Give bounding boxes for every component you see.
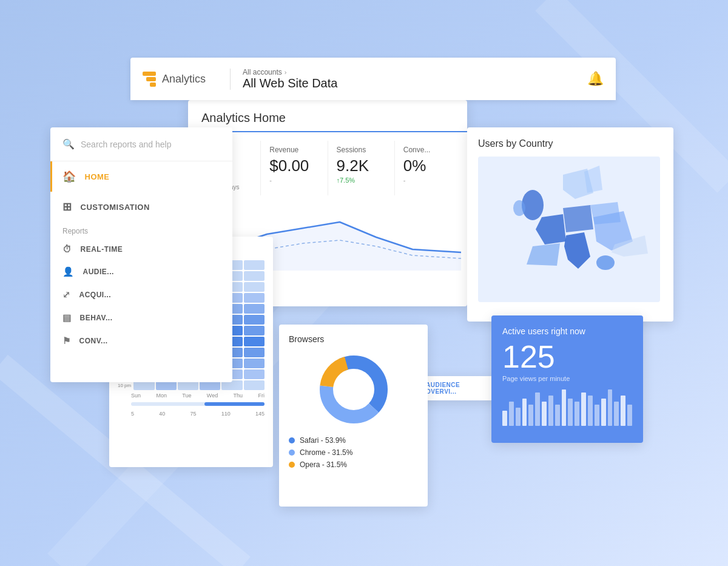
opera-dot: [289, 462, 295, 468]
mini-bar: [516, 408, 521, 426]
metric-conv-value: 0%: [403, 157, 453, 175]
safari-label: Safari - 53.9%: [300, 436, 346, 445]
heatmap-cell: [244, 260, 265, 270]
map-card: Users by Country: [467, 127, 673, 322]
mini-bar: [614, 402, 619, 426]
mini-bar: [581, 392, 586, 426]
reports-section-label: Reports: [50, 222, 232, 238]
heatmap-cell: [244, 369, 265, 379]
mini-bar: [502, 411, 507, 426]
active-users-card: Active users right now 125 Page views pe…: [491, 315, 643, 443]
mini-bar: [522, 399, 527, 426]
metric-revenue-value: $0.00: [269, 157, 318, 175]
heatmap-cell: [244, 304, 265, 314]
safari-dot: [289, 437, 295, 443]
clock-icon: ⏱: [62, 244, 72, 254]
sidebar-home-label: HOME: [85, 172, 110, 181]
sidebar-customisation-label: CUSTOMISATION: [81, 203, 150, 212]
bell-icon[interactable]: 🔔: [587, 71, 604, 87]
card-icon: ▤: [62, 312, 72, 323]
search-placeholder: Search reports and help: [81, 140, 171, 149]
mini-bar: [535, 392, 540, 426]
heatmap-scrollbar-thumb: [204, 402, 265, 406]
app-logo: Analytics: [143, 72, 206, 87]
heatmap-scrollbar[interactable]: [131, 402, 265, 406]
legend-chrome: Chrome - 31.5%: [289, 448, 418, 457]
heatmap-cell: [244, 337, 265, 346]
browsers-legend: Safari - 53.9% Chrome - 31.5% Opera - 31…: [289, 436, 418, 469]
heatmap-cell: [244, 315, 265, 325]
metric-sessions-value: 9.2K: [337, 157, 386, 175]
mini-bar: [548, 396, 553, 426]
heatmap-cell: [244, 282, 265, 292]
chevron-icon: ›: [285, 69, 287, 76]
metric-conv-change: -: [403, 177, 453, 184]
svg-marker-15: [590, 202, 621, 224]
active-users-count: 125: [502, 341, 632, 372]
heatmap-cell: [244, 326, 265, 335]
browsers-card: Browsers Safari - 53.9% Chrome - 31.5% O…: [279, 325, 428, 507]
sidebar-item-realtime[interactable]: ⏱ REAL-TIME: [50, 238, 232, 260]
sidebar-item-customisation[interactable]: ⊞ CUSTOMISATION: [50, 192, 232, 222]
sidebar-search[interactable]: 🔍 Search reports and help: [50, 127, 232, 161]
app-name: Analytics: [162, 73, 206, 86]
metric-sessions: Sessions 9.2K ↑7.5%: [328, 141, 395, 195]
breadcrumb-parent[interactable]: All accounts ›: [243, 68, 337, 76]
europe-map: [478, 157, 660, 302]
svg-point-21: [335, 371, 372, 408]
logo-icon: [143, 72, 156, 87]
sidebar-item-behavior[interactable]: ▤ BEHAV...: [50, 306, 232, 329]
heatmap-cell: [244, 380, 265, 390]
chrome-dot: [289, 450, 295, 456]
browsers-title: Browsers: [289, 334, 418, 344]
person-icon: 👤: [62, 266, 75, 277]
svg-point-7: [513, 200, 525, 216]
metric-conv-label: Conve...: [403, 146, 453, 154]
legend-safari: Safari - 53.9%: [289, 436, 418, 445]
header-bar: Analytics All accounts › All Web Site Da…: [130, 58, 616, 100]
mini-bar: [595, 405, 599, 426]
sidebar-item-conversions[interactable]: ⚑ CONV...: [50, 329, 232, 352]
sidebar-item-audience[interactable]: 👤 AUDIE...: [50, 260, 232, 283]
svg-point-16: [596, 255, 615, 270]
heatmap-cell: [244, 293, 265, 303]
sidebar-item-acquisition[interactable]: ⤢ ACQUI...: [50, 283, 232, 306]
active-users-title: Active users right now: [502, 326, 632, 336]
heatmap-x-labels: Sun Mon Tue Wed Thu Fri: [118, 392, 265, 399]
grid-icon: ⊞: [62, 200, 72, 214]
mini-bar: [568, 399, 573, 426]
chrome-label: Chrome - 31.5%: [300, 448, 352, 457]
metric-sessions-label: Sessions: [337, 146, 386, 154]
audience-overview-label: AUDIENCE OVERVI...: [426, 382, 490, 395]
heatmap-col-5: [244, 260, 265, 390]
metric-revenue-label: Revenue: [269, 146, 318, 154]
mini-bar: [621, 396, 625, 426]
logo-bar-3: [150, 83, 156, 87]
opera-label: Opera - 31.5%: [300, 460, 347, 469]
flag-icon: ⚑: [62, 335, 71, 346]
mini-bar: [608, 389, 613, 426]
mini-bar: [509, 402, 514, 426]
breadcrumb-current: All Web Site Data: [243, 76, 337, 90]
mini-bar-chart: [502, 389, 632, 426]
mini-bar: [588, 396, 593, 426]
legend-opera: Opera - 31.5%: [289, 460, 418, 469]
svg-point-6: [522, 190, 544, 220]
metric-conversions: Conve... 0% -: [395, 141, 461, 195]
mini-bar: [562, 389, 567, 426]
mini-bar: [555, 405, 560, 426]
sidebar-item-home[interactable]: 🏠 HOME: [50, 161, 232, 192]
sidebar: 🔍 Search reports and help 🏠 HOME ⊞ CUSTO…: [50, 127, 232, 382]
mini-bar: [575, 402, 579, 426]
audience-overview-strip: AUDIENCE OVERVI...: [419, 376, 497, 400]
metric-sessions-change: ↑7.5%: [337, 177, 386, 184]
svg-marker-10: [563, 205, 593, 232]
metric-revenue: Revenue $0.00 -: [261, 141, 328, 195]
heatmap-cell: [244, 359, 265, 368]
share-icon: ⤢: [62, 289, 71, 300]
heatmap-bottom-labels: 5 40 75 110 145: [118, 411, 265, 417]
breadcrumb: All accounts › All Web Site Data: [243, 68, 337, 90]
heatmap-cell: [244, 348, 265, 357]
search-icon: 🔍: [62, 138, 75, 150]
mini-bar: [542, 402, 547, 426]
